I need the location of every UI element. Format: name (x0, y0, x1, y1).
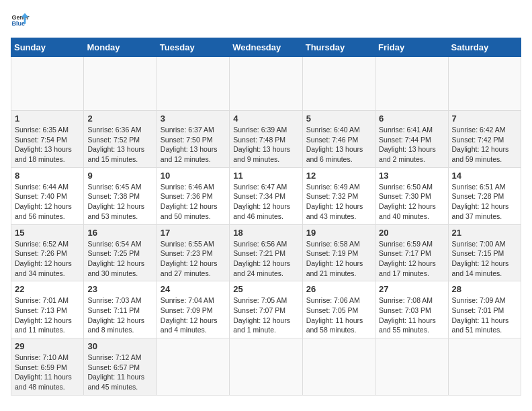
day-info-line: Daylight: 12 hours (452, 144, 517, 154)
day-number: 6 (379, 113, 444, 124)
day-info-line: and 37 minutes. (452, 212, 517, 222)
day-info-line: and 53 minutes. (87, 212, 152, 222)
calendar-cell: 16Sunrise: 6:54 AMSunset: 7:25 PMDayligh… (84, 224, 157, 281)
day-info-line: Sunrise: 6:54 AM (87, 239, 152, 249)
day-info-line: Sunrise: 7:09 AM (452, 295, 517, 306)
calendar-cell: 7Sunrise: 6:42 AMSunset: 7:42 PMDaylight… (448, 111, 521, 168)
day-info-line: Sunrise: 6:59 AM (379, 239, 444, 249)
day-info-line: and 50 minutes. (161, 212, 226, 222)
week-row-4: 22Sunrise: 7:01 AMSunset: 7:13 PMDayligh… (11, 281, 521, 338)
calendar-cell (157, 57, 229, 111)
day-info-line: Sunset: 7:52 PM (87, 135, 152, 145)
dow-sunday: Sunday (11, 38, 84, 57)
day-info-line: and 43 minutes. (306, 212, 371, 222)
day-info-line: Sunrise: 6:50 AM (379, 182, 444, 192)
day-info-line: Sunset: 7:05 PM (306, 306, 371, 316)
day-info-line: Sunrise: 6:58 AM (306, 239, 371, 249)
day-info-line: and 58 minutes. (306, 325, 371, 335)
day-number: 10 (161, 171, 226, 181)
day-info-line: Daylight: 12 hours (15, 259, 80, 269)
calendar-cell: 19Sunrise: 6:58 AMSunset: 7:19 PMDayligh… (302, 224, 375, 281)
calendar-cell: 20Sunrise: 6:59 AMSunset: 7:17 PMDayligh… (375, 224, 448, 281)
day-number: 5 (306, 113, 371, 124)
day-info-line: Daylight: 12 hours (379, 259, 444, 269)
day-info-line: and 48 minutes. (15, 382, 80, 392)
day-info-line: Sunrise: 7:05 AM (233, 295, 298, 306)
day-info-line: Daylight: 12 hours (233, 201, 298, 212)
calendar-cell (11, 57, 84, 111)
day-info-line: Sunset: 7:09 PM (161, 306, 226, 316)
day-info-line: Daylight: 12 hours (306, 259, 371, 269)
day-number: 26 (306, 284, 371, 294)
day-number: 3 (161, 113, 226, 124)
dow-saturday: Saturday (448, 38, 521, 57)
calendar-cell: 15Sunrise: 6:52 AMSunset: 7:26 PMDayligh… (11, 224, 84, 281)
calendar-table: SundayMondayTuesdayWednesdayThursdayFrid… (11, 38, 521, 396)
calendar-cell: 5Sunrise: 6:40 AMSunset: 7:46 PMDaylight… (302, 111, 375, 168)
calendar-cell: 27Sunrise: 7:08 AMSunset: 7:03 PMDayligh… (375, 281, 448, 338)
week-row-2: 8Sunrise: 6:44 AMSunset: 7:40 PMDaylight… (11, 167, 521, 224)
day-info-line: and 6 minutes. (306, 154, 371, 165)
day-info-line: Sunset: 7:23 PM (161, 248, 226, 259)
day-info-line: and 17 minutes. (379, 269, 444, 279)
day-number: 17 (161, 228, 226, 238)
day-info-line: Daylight: 12 hours (379, 201, 444, 212)
day-info-line: and 30 minutes. (87, 269, 152, 279)
day-number: 13 (379, 171, 444, 181)
dow-friday: Friday (375, 38, 448, 57)
calendar-cell (230, 57, 302, 111)
week-row-1: 1Sunrise: 6:35 AMSunset: 7:54 PMDaylight… (11, 111, 521, 168)
day-number: 25 (233, 284, 298, 294)
day-info-line: Daylight: 12 hours (452, 259, 517, 269)
day-info-line: Daylight: 12 hours (161, 316, 226, 326)
day-info-line: and 2 minutes. (379, 154, 444, 165)
dow-wednesday: Wednesday (230, 38, 302, 57)
day-info-line: Sunrise: 6:35 AM (15, 125, 80, 135)
day-info-line: Daylight: 13 hours (15, 144, 80, 154)
day-info-line: Sunset: 7:28 PM (452, 191, 517, 201)
day-info-line: and 4 minutes. (161, 325, 226, 335)
day-info-line: Sunset: 7:17 PM (379, 248, 444, 259)
day-info-line: and 40 minutes. (379, 212, 444, 222)
dow-monday: Monday (84, 38, 157, 57)
day-number: 9 (87, 171, 152, 181)
day-number: 2 (87, 113, 152, 124)
day-info-line: Sunset: 7:54 PM (15, 135, 80, 145)
day-number: 28 (452, 284, 517, 294)
day-info-line: and 45 minutes. (87, 382, 152, 392)
day-info-line: and 59 minutes. (452, 154, 517, 165)
calendar-cell: 14Sunrise: 6:51 AMSunset: 7:28 PMDayligh… (448, 167, 521, 224)
day-info-line: Sunset: 7:13 PM (15, 306, 80, 316)
day-info-line: Sunrise: 6:37 AM (161, 125, 226, 135)
calendar-cell: 26Sunrise: 7:06 AMSunset: 7:05 PMDayligh… (302, 281, 375, 338)
calendar-cell (375, 338, 448, 396)
day-info-line: Daylight: 12 hours (306, 201, 371, 212)
calendar-cell (84, 57, 157, 111)
day-info-line: and 34 minutes. (15, 269, 80, 279)
day-info-line: Sunrise: 7:03 AM (87, 295, 152, 306)
day-info-line: Daylight: 12 hours (452, 201, 517, 212)
day-info-line: Sunrise: 6:55 AM (161, 239, 226, 249)
day-number: 30 (87, 341, 152, 351)
day-info-line: Daylight: 12 hours (15, 316, 80, 326)
day-info-line: Sunrise: 6:44 AM (15, 182, 80, 192)
day-info-line: and 46 minutes. (233, 212, 298, 222)
day-info-line: Sunset: 7:15 PM (452, 248, 517, 259)
day-info-line: and 56 minutes. (15, 212, 80, 222)
calendar-cell: 13Sunrise: 6:50 AMSunset: 7:30 PMDayligh… (375, 167, 448, 224)
day-info-line: and 8 minutes. (87, 325, 152, 335)
day-info-line: Sunset: 7:42 PM (452, 135, 517, 145)
day-info-line: Sunset: 7:46 PM (306, 135, 371, 145)
calendar-cell: 17Sunrise: 6:55 AMSunset: 7:23 PMDayligh… (157, 224, 229, 281)
calendar-cell: 11Sunrise: 6:47 AMSunset: 7:34 PMDayligh… (230, 167, 302, 224)
day-info-line: Daylight: 12 hours (161, 201, 226, 212)
dow-tuesday: Tuesday (157, 38, 229, 57)
calendar-cell: 2Sunrise: 6:36 AMSunset: 7:52 PMDaylight… (84, 111, 157, 168)
day-info-line: Sunrise: 7:06 AM (306, 295, 371, 306)
day-info-line: Sunset: 7:19 PM (306, 248, 371, 259)
day-number: 8 (15, 171, 80, 181)
calendar-cell (302, 57, 375, 111)
calendar-cell: 1Sunrise: 6:35 AMSunset: 7:54 PMDaylight… (11, 111, 84, 168)
day-number: 11 (233, 171, 298, 181)
calendar-cell: 23Sunrise: 7:03 AMSunset: 7:11 PMDayligh… (84, 281, 157, 338)
